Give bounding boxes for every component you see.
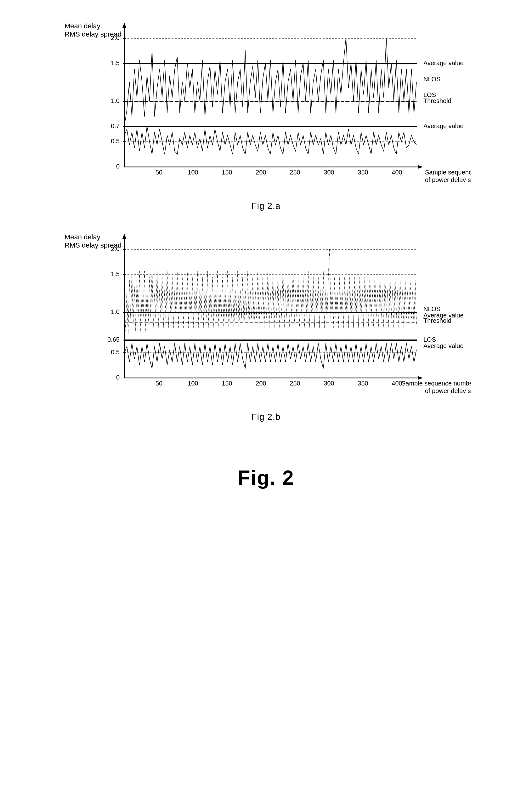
svg-text:350: 350 [358, 169, 368, 176]
chart-a-y20: 2.0 [111, 34, 120, 41]
svg-text:0: 0 [116, 374, 120, 381]
chart-b-avg-top: Average value [423, 312, 464, 319]
chart-b-svg: Mean delay RMS delay spread 0 0.5 [61, 230, 471, 406]
svg-text:400: 400 [392, 380, 402, 387]
chart-a-y05: 0.5 [111, 137, 120, 145]
chart-a-xlabel2: of power delay spread [425, 176, 471, 183]
chart-a-y07: 0.7 [111, 123, 120, 129]
chart-a-ylabel1: Mean delay [64, 22, 100, 30]
chart-b-xlabel2: of power delay spread [425, 387, 471, 394]
figure-container: Mean delay RMS delay spread 0 [25, 19, 507, 489]
svg-text:0.65: 0.65 [107, 336, 120, 343]
svg-marker-34 [122, 234, 126, 239]
svg-text:150: 150 [222, 169, 232, 176]
svg-text:250: 250 [290, 380, 300, 387]
svg-text:250: 250 [290, 169, 300, 176]
chart-a-threshold: Threshold [423, 97, 451, 104]
chart-b-xlabel1: Sample sequence number [401, 380, 471, 387]
chart-a-wrapper: Mean delay RMS delay spread 0 [25, 19, 507, 211]
svg-marker-3 [418, 165, 423, 169]
chart-b-wrapper: Mean delay RMS delay spread 0 0.5 [25, 230, 507, 422]
svg-marker-36 [418, 376, 423, 380]
svg-text:300: 300 [324, 380, 334, 387]
chart-a-avg-top: Average value [423, 59, 464, 67]
svg-text:0.5: 0.5 [111, 349, 120, 356]
chart-a-caption: Fig 2.a [251, 201, 281, 211]
chart-a-y15: 1.5 [111, 59, 120, 67]
chart-b-nlos: NLOS [423, 305, 440, 312]
chart-b-caption: Fig 2.b [251, 412, 281, 422]
chart-a-nlos: NLOS [423, 76, 440, 82]
svg-text:1.5: 1.5 [111, 271, 120, 277]
svg-text:50: 50 [155, 380, 163, 387]
main-figure-title: Fig. 2 [238, 466, 294, 489]
svg-text:100: 100 [188, 380, 198, 387]
chart-b-ylabel1: Mean delay [64, 233, 100, 241]
svg-text:100: 100 [188, 169, 198, 176]
chart-b-los: LOS [423, 336, 436, 343]
page: Mean delay RMS delay spread 0 [0, 0, 532, 799]
chart-b-avg-bottom: Average value [423, 342, 464, 349]
svg-text:350: 350 [358, 380, 368, 387]
svg-text:400: 400 [392, 169, 402, 176]
svg-text:200: 200 [255, 169, 266, 176]
svg-marker-1 [122, 23, 126, 28]
chart-b-area: Mean delay RMS delay spread 0 0.5 [61, 230, 471, 406]
svg-text:150: 150 [222, 380, 232, 387]
svg-text:1.0: 1.0 [111, 308, 120, 315]
svg-text:2.0: 2.0 [111, 245, 120, 252]
chart-a-svg: Mean delay RMS delay spread 0 [61, 19, 471, 195]
chart-a-y10: 1.0 [111, 97, 120, 104]
svg-text:50: 50 [155, 169, 163, 176]
svg-text:300: 300 [324, 169, 334, 176]
chart-a-area: Mean delay RMS delay spread 0 [61, 19, 471, 195]
chart-a-y0: 0 [116, 163, 120, 170]
chart-a-xlabel1: Sample sequence number [425, 169, 471, 176]
svg-text:200: 200 [255, 380, 266, 387]
chart-a-avg-bottom: Average value [423, 123, 464, 129]
